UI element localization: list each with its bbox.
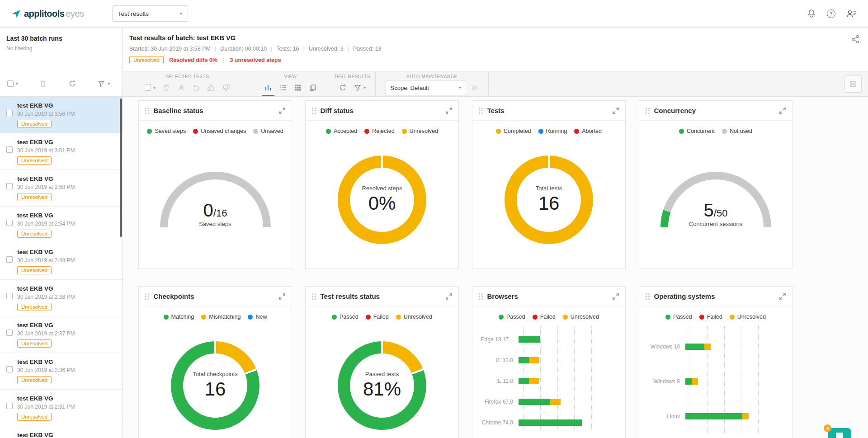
legend-dot [326, 129, 331, 134]
card-title: Test results status [321, 292, 442, 300]
drag-handle-icon[interactable] [479, 293, 483, 300]
run-checkbox[interactable] [6, 220, 13, 226]
run-checkbox[interactable] [6, 110, 13, 116]
run-date: 30 Jun 2019 at 2:38 PM [17, 294, 75, 300]
run-checkbox[interactable] [6, 183, 13, 189]
chat-widget-button[interactable]: 3 [828, 428, 851, 438]
share-icon[interactable] [851, 35, 860, 44]
account-icon[interactable] [846, 9, 856, 18]
drag-handle-icon[interactable] [479, 108, 483, 114]
donut-value: 81% [363, 378, 401, 400]
batch-run-item[interactable]: test EKB VG 30 Jun 2019 at 2:37 PM Unres… [0, 316, 123, 353]
batch-title: Test results of batch: test EKB VG [129, 34, 868, 42]
donut-label: Passed tests [365, 371, 399, 377]
select-all-runs-checkbox[interactable]: ▾ [7, 80, 18, 87]
legend-dot [396, 315, 401, 320]
run-checkbox[interactable] [6, 403, 13, 409]
bar-row: IE 10.0 [477, 350, 614, 371]
pages-view-icon[interactable] [309, 84, 317, 92]
batch-run-item[interactable]: test EKB VG 30 Jun 2019 at 2:48 PM Unres… [0, 243, 123, 280]
card-title: Browsers [487, 292, 609, 300]
drag-handle-icon[interactable] [312, 108, 316, 114]
expand-icon[interactable] [613, 108, 619, 114]
legend-item: Unresolved [396, 314, 432, 320]
card-header: Browsers [472, 287, 625, 306]
sidebar: Last 30 batch runs No filtering ▾ ▾ test… [0, 28, 123, 438]
run-checkbox[interactable] [6, 330, 13, 336]
run-status-badge: Unresolved [17, 413, 52, 421]
donut-label: Resolved steps [362, 185, 402, 192]
expand-icon[interactable] [613, 293, 619, 300]
notifications-bell-icon[interactable] [807, 9, 816, 18]
run-status-badge: Unresolved [17, 303, 52, 311]
legend-item: Passed [499, 314, 525, 320]
card-concurrency: Concurrency ConcurrentNot used 5/50 Conc… [639, 100, 793, 269]
thumbs-up-icon[interactable] [207, 84, 215, 92]
chevron-down-icon: ▾ [16, 81, 18, 86]
run-checkbox[interactable] [6, 293, 13, 299]
bar-segment-passed [519, 336, 540, 343]
drag-handle-icon[interactable] [145, 108, 149, 114]
batch-run-item[interactable]: test EKB VG 30 Jun 2019 at 3:01 PM Unres… [0, 133, 123, 170]
expand-icon[interactable] [279, 108, 285, 114]
expand-icon[interactable] [446, 108, 452, 114]
run-checkbox[interactable] [6, 366, 13, 372]
scope-select[interactable]: Scope: Default ▾ [386, 80, 466, 95]
batch-run-item[interactable]: test EKB VG 30 Jun 2019 at 2:58 PM Unres… [0, 170, 123, 207]
expand-icon[interactable] [446, 293, 452, 300]
batch-run-item[interactable]: test EKB VG [0, 426, 123, 438]
unresolved-steps-link[interactable]: 3 unresolved steps [230, 57, 281, 63]
legend-dot [164, 315, 169, 320]
expand-icon[interactable] [779, 293, 786, 300]
batch-run-item[interactable]: test EKB VG 30 Jun 2019 at 2:31 PM Unres… [0, 390, 123, 426]
donut-label: Total checkpoints [193, 371, 238, 377]
test-results-label: TEST RESULTS [329, 74, 375, 79]
legend-dot [722, 129, 727, 134]
bar-label: Windows 8 [644, 378, 685, 385]
page-select[interactable]: Test results▾ [112, 5, 188, 22]
drag-handle-icon[interactable] [312, 293, 316, 300]
refresh-runs-icon[interactable] [68, 80, 76, 88]
drag-handle-icon[interactable] [646, 108, 650, 114]
legend-item: Not used [722, 128, 752, 134]
batch-run-item[interactable]: test EKB VG 30 Jun 2019 at 3:56 PM Unres… [0, 97, 123, 133]
expand-icon[interactable] [279, 293, 285, 300]
separator: | [267, 46, 276, 52]
run-checkbox[interactable] [6, 256, 13, 263]
thumbs-down-icon[interactable] [222, 84, 230, 92]
help-icon[interactable]: ? [827, 9, 835, 18]
run-title: test EKB VG [17, 358, 75, 365]
run-checkbox[interactable] [6, 146, 13, 153]
gauge-total: /50 [714, 207, 728, 219]
run-title: test EKB VG [17, 395, 75, 402]
save-dashboard-button[interactable] [844, 75, 862, 93]
bar-label: Windows 10 [644, 344, 685, 350]
grid-view-icon[interactable] [294, 84, 302, 92]
batch-run-item[interactable]: test EKB VG 30 Jun 2019 at 2:38 PM Unres… [0, 280, 123, 316]
delete-runs-icon[interactable] [39, 80, 47, 88]
assign-user-icon[interactable] [177, 84, 185, 92]
batch-run-item[interactable]: test EKB VG 30 Jun 2019 at 2:54 PM Unres… [0, 207, 123, 243]
chart-view-icon[interactable] [264, 84, 272, 92]
batch-run-item[interactable]: test EKB VG 30 Jun 2019 at 2:36 PM Unres… [0, 353, 123, 390]
run-maintenance-icon[interactable] [471, 84, 479, 92]
card-title: Diff status [321, 107, 442, 114]
sidebar-scrollbar[interactable] [120, 99, 122, 237]
delete-tests-icon[interactable] [162, 84, 170, 92]
bar-row: IE 11.0 [477, 371, 614, 391]
undo-icon[interactable] [192, 84, 200, 92]
card-header: Concurrency [639, 101, 792, 121]
drag-handle-icon[interactable] [145, 293, 149, 300]
legend-item: Running [538, 128, 567, 134]
list-view-icon[interactable] [279, 84, 287, 92]
select-all-tests-checkbox[interactable]: ▾ [145, 85, 156, 91]
refresh-results-icon[interactable] [339, 84, 347, 92]
expand-icon[interactable] [779, 108, 786, 114]
filter-results-icon[interactable]: ▾ [354, 84, 366, 92]
hbar-chart: Windows 10 Windows 8 Linux [639, 329, 792, 433]
scope-select-value: Scope: Default [391, 85, 429, 91]
auto-maintenance-group: AUTO MAINTENANCE Scope: Default ▾ [376, 71, 489, 96]
batch-header: Test results of batch: test EKB VG Start… [123, 28, 868, 71]
filter-runs-icon[interactable]: ▾ [97, 80, 110, 88]
drag-handle-icon[interactable] [646, 293, 650, 300]
